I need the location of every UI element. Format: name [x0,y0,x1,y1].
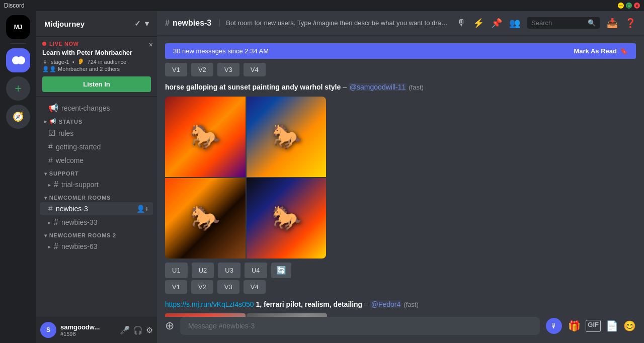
v2-button-first[interactable]: V2 [191,63,213,76]
main-content: # newbies-3 Bot room for new users. Type… [157,11,644,343]
category-status[interactable]: ▸ 📢 status [36,115,157,126]
v4-button-second[interactable]: V4 [244,280,266,294]
channel-label-rules: rules [58,129,73,137]
avatars-icon: 👤👤 [42,66,56,72]
chevron-icon-support: ▾ [44,171,47,177]
inbox-icon[interactable]: 📥 [607,18,618,29]
server-icon-discord-home[interactable] [6,48,30,72]
message-input[interactable] [180,317,540,335]
stage-name: stage-1 [51,59,69,65]
category-newcomer-rooms-2[interactable]: ▾ NEWCOMER ROOMS 2 [36,229,157,239]
u3-button[interactable]: U3 [218,263,240,278]
audience-count: 724 in audience [88,59,127,65]
live-banner: LIVE NOW Learn with Peter Mohrbacher 🎙 s… [36,37,157,97]
mark-as-read-button[interactable]: Mark As Read 🔖 [574,47,628,55]
channel-item-newbies-33[interactable]: ▸ # newbies-33 [40,216,153,229]
channel-item-rules[interactable]: ☑ rules [40,126,153,140]
channel-item-recent-changes[interactable]: 📢 recent-changes [40,101,153,115]
u4-button[interactable]: U4 [245,263,267,278]
message-horse: horse galloping at sunset painting andy … [165,82,636,294]
ferrari-prompt: 1, ferrari pilot, realism, detailing [256,300,363,308]
v1-button-second[interactable]: V1 [165,280,187,294]
hash-icon: # [48,142,53,151]
maximize-button[interactable]: □ [626,3,632,9]
category-newcomer-rooms[interactable]: ▾ NEWCOMER ROOMS [36,192,157,202]
horse-image-2 [247,97,326,177]
v2-button-second[interactable]: V2 [191,280,213,294]
channel-item-newbies-3[interactable]: # newbies-3 👤+ [40,202,153,215]
v3-button-first[interactable]: V3 [217,63,239,76]
channel-sidebar: Midjourney ✓ ▾ LIVE NOW Learn with Peter… [36,11,157,343]
speed-badge: (fast) [409,83,424,91]
sub-chevron: ▸ [48,182,51,188]
image-url-link[interactable]: https://s.mj.run/vKqLzI4s050 [165,300,254,308]
server-icon-add[interactable]: + [6,76,30,101]
search-bar[interactable]: Search 🔍 [527,17,600,29]
category-newcomer-label: NEWCOMER ROOMS [49,195,111,201]
v3-button-second[interactable]: V3 [217,280,239,294]
close-live-banner-button[interactable]: × [149,41,153,49]
category-label: status [59,119,83,125]
header-icons: 🎙 ⚡ 📌 👥 Search 🔍 📥 ❓ [457,17,636,29]
channel-header: # newbies-3 Bot room for new users. Type… [157,11,644,35]
channel-label-welcome: welcome [56,156,84,164]
server-header[interactable]: Midjourney ✓ ▾ [36,11,157,37]
gif-icon[interactable]: GIF [586,320,601,332]
bolt-icon[interactable]: ⚡ [473,18,484,29]
live-meta: 🎙 stage-1 • 👂 724 in audience [42,58,151,65]
status-icon: 📢 [49,118,57,125]
chevron-down-icon: ▾ [145,19,149,28]
voice-activity-button[interactable]: 🎙 [546,318,562,334]
stage-icon: 🎙 [42,59,48,65]
channel-label-getting-started: getting-started [56,143,101,151]
server-divider [10,43,26,44]
hosts-text: Mohrbacher and 2 others [58,66,120,72]
help-icon[interactable]: ❓ [625,18,636,29]
stage-header-icon[interactable]: 🎙 [457,18,466,28]
mic-icon[interactable]: 🎤 [120,325,130,335]
user-controls: 🎤 🎧 ⚙ [120,325,153,335]
horse-image-1 [165,97,246,177]
category-support[interactable]: ▾ SUPPORT [36,167,157,178]
audience-icon: 👂 [77,58,85,65]
input-area: ⊕ 🎙 🎁 GIF 📄 😊 [157,317,644,343]
channel-item-welcome[interactable]: # welcome [40,154,153,167]
server-icon-midjourney[interactable]: MJ [6,15,30,39]
image-grid-horse [165,97,326,259]
u1-button[interactable]: U1 [165,263,188,278]
channel-label-trial-support: trial-support [61,181,99,189]
channel-item-trial-support[interactable]: ▸ # trial-support [40,178,153,191]
gift-icon[interactable]: 🎁 [568,320,581,332]
ferrari-speed: (fast) [404,301,419,308]
channel-item-newbies-63[interactable]: ▸ # newbies-63 [40,240,153,253]
message-ferrari: https://s.mj.run/vKqLzI4s050 1, ferrari … [165,300,636,317]
sticker-icon[interactable]: 📄 [606,320,618,332]
minimize-button[interactable]: ─ [618,3,624,9]
members-icon[interactable]: 👥 [509,18,520,29]
live-label: LIVE NOW [49,41,78,47]
hash-icon-newbies33: # [54,218,58,227]
horse-silhouette-4 [247,178,326,259]
close-button[interactable]: × [634,3,640,9]
u2-button[interactable]: U2 [192,263,214,278]
bookmark-icon: 🔖 [620,47,628,55]
v1-button-first[interactable]: V1 [165,63,187,76]
channel-item-getting-started[interactable]: # getting-started [40,140,153,153]
pin-icon[interactable]: 📌 [491,18,502,29]
message-area[interactable]: 30 new messages since 2:34 AM Mark As Re… [157,35,644,317]
listen-in-button[interactable]: Listen In [42,76,151,92]
hash-icon-trial: # [54,180,58,189]
ferrari-image-2 [247,313,327,317]
server-icon-explore[interactable]: 🧭 [6,105,30,129]
add-attachment-button[interactable]: ⊕ [165,319,174,332]
discord-wordmark: Discord [4,2,25,9]
v4-button-first[interactable]: V4 [244,63,266,76]
category-newcomer2-label: NEWCOMER ROOMS 2 [49,232,116,238]
emoji-icon[interactable]: 😊 [623,320,636,332]
channel-list: 📢 recent-changes ▸ 📢 status ☑ rules # ge… [36,97,157,317]
settings-icon[interactable]: ⚙ [146,325,153,335]
headphones-icon[interactable]: 🎧 [133,325,143,335]
input-icons: 🎁 GIF 📄 😊 [568,320,636,332]
refresh-button[interactable]: 🔄 [271,263,291,278]
channel-label: recent-changes [61,104,110,112]
